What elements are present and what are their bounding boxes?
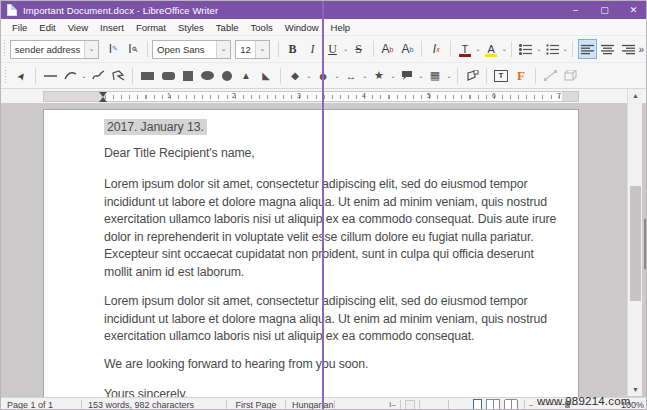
insert-mode-status[interactable]: I– (389, 400, 396, 409)
callout-shapes-button[interactable] (398, 66, 416, 86)
multi-page-view-button[interactable] (486, 399, 500, 410)
block-arrows-button[interactable]: ↔ (342, 66, 360, 86)
callout-dropdown-icon[interactable]: ⌄ (417, 66, 425, 86)
rounded-rectangle-shape-button[interactable] (162, 72, 175, 80)
underline-button[interactable]: U (324, 39, 342, 59)
ordered-list-dropdown-icon[interactable]: ⌄ (562, 39, 568, 59)
font-name-combobox[interactable]: Open Sans ⌄ (152, 40, 231, 59)
update-style-button[interactable]: I✎ (104, 39, 122, 59)
titlebar: Important Document.docx - LibreOffice Wr… (1, 1, 647, 19)
align-center-button[interactable] (599, 39, 617, 59)
menu-window[interactable]: Window (279, 22, 325, 33)
font-size-combobox[interactable]: 12 ⌄ (235, 40, 270, 59)
paragraph-style-value: sender address (11, 44, 84, 55)
menu-format[interactable]: Format (130, 22, 172, 33)
align-right-button[interactable] (619, 39, 637, 59)
menu-help[interactable]: Help (325, 22, 357, 33)
menu-edit[interactable]: Edit (33, 22, 61, 33)
circle-shape-button[interactable] (222, 71, 232, 81)
stars-dropdown-icon[interactable]: ⌄ (389, 66, 397, 86)
toolbar-drag-handle[interactable] (3, 67, 8, 85)
scroll-up-icon[interactable]: ▲ (628, 89, 643, 102)
word-count-status[interactable]: 153 words, 982 characters (82, 400, 226, 410)
book-view-button[interactable] (504, 399, 518, 410)
vertical-scrollbar[interactable]: ▲ ▼ (627, 89, 642, 396)
flowchart-shapes-button[interactable]: ▦ (426, 66, 444, 86)
triangle-shape-button[interactable]: ▲ (237, 66, 255, 86)
maximize-button[interactable]: ▢ (590, 1, 619, 19)
paragraph-line: dolor in reprehenderit in voluptate veli… (104, 229, 556, 247)
flowchart-dropdown-icon[interactable]: ⌄ (445, 66, 453, 86)
menu-table[interactable]: Table (210, 22, 245, 33)
toolbar-overflow-button[interactable]: » (638, 44, 644, 55)
chevron-down-icon[interactable]: ⌄ (84, 41, 98, 58)
clear-formatting-mark: x (436, 46, 440, 53)
minimize-button[interactable]: – (561, 1, 590, 19)
language-status[interactable]: Hungarian (286, 400, 334, 410)
toolbar-drag-handle[interactable] (3, 40, 7, 58)
scrollbar-thumb[interactable] (630, 186, 641, 301)
ellipse-shape-button[interactable] (201, 71, 214, 80)
clear-formatting-button[interactable]: Ix (427, 39, 445, 59)
zoom-out-button[interactable]: – (529, 400, 533, 409)
unordered-list-dropdown-icon[interactable]: ⌄ (536, 39, 542, 59)
unordered-list-button[interactable] (517, 39, 535, 59)
rectangle-shape-button[interactable] (141, 72, 154, 80)
block-arrows-dropdown-icon[interactable]: ⌄ (361, 66, 369, 86)
square-shape-button[interactable] (183, 71, 193, 81)
menu-insert[interactable]: Insert (94, 22, 130, 33)
chevron-down-icon[interactable]: ⌄ (255, 41, 269, 58)
separator (457, 68, 458, 84)
symbol-shapes-dropdown-icon[interactable]: ⌄ (333, 66, 341, 86)
edit-points-button[interactable] (463, 66, 481, 86)
curve-tool-button[interactable] (61, 66, 79, 86)
bold-button[interactable]: B (284, 39, 302, 59)
paragraph-line: Lorem ipsum dolor sit amet, consectetur … (104, 176, 556, 194)
window-title: Important Document.docx - LibreOffice Wr… (23, 5, 218, 16)
polygon-tool-button[interactable] (109, 66, 127, 86)
insert-textbox-button[interactable]: T (492, 66, 510, 86)
insert-line-button[interactable] (41, 66, 59, 86)
stars-button[interactable]: ★ (370, 66, 388, 86)
chevron-down-icon[interactable]: ⌄ (216, 41, 230, 58)
paragraph-1: Lorem ipsum dolor sit amet, consectetur … (104, 176, 556, 281)
document-canvas[interactable]: 2017. January 13. Dear Title Recipient's… (43, 109, 579, 397)
font-color-button[interactable]: T (456, 39, 474, 59)
italic-button[interactable]: I (304, 39, 322, 59)
new-style-button[interactable]: I🔍︎ (124, 39, 142, 59)
basic-shapes-dropdown-icon[interactable]: ⌄ (305, 66, 313, 86)
separator (419, 400, 420, 410)
page-count-status[interactable]: Page 1 of 1 (1, 400, 81, 410)
align-left-button[interactable] (578, 39, 597, 59)
underline-dropdown-icon[interactable]: ⌄ (343, 39, 349, 59)
page-style-status[interactable]: First Page (227, 400, 285, 410)
new-style-badge: 🔍︎ (131, 46, 138, 53)
single-page-view-button[interactable] (473, 399, 482, 410)
paragraph-style-combobox[interactable]: sender address ⌄ (10, 40, 99, 59)
fontwork-button[interactable]: F (512, 66, 530, 86)
right-triangle-shape-button[interactable]: ◣ (257, 66, 275, 86)
paragraph-2: Lorem ipsum dolor sit amet, consectetur … (104, 293, 547, 346)
highlight-color-button[interactable]: A (482, 39, 500, 59)
document-saved-icon[interactable] (405, 400, 415, 410)
highlight-dropdown-icon[interactable]: ⌄ (501, 39, 507, 59)
menu-view[interactable]: View (62, 22, 94, 33)
menu-file[interactable]: File (6, 22, 33, 33)
curve-icon (64, 70, 77, 81)
font-color-dropdown-icon[interactable]: ⌄ (475, 39, 481, 59)
subscript-button[interactable]: Ab (398, 39, 416, 59)
update-style-badge: ✎ (112, 45, 118, 53)
align-left-icon (581, 44, 594, 55)
freeform-line-button[interactable] (89, 66, 107, 86)
strikethrough-button[interactable]: S (350, 39, 368, 59)
menu-styles[interactable]: Styles (172, 22, 210, 33)
ordered-list-button[interactable] (543, 39, 561, 59)
select-tool-button[interactable]: ➤ (8, 62, 35, 88)
superscript-button[interactable]: Ab (378, 39, 396, 59)
formatting-toolbar: sender address ⌄ I✎ I🔍︎ Open Sans ⌄ 12 ⌄… (1, 36, 647, 63)
indent-marker[interactable] (99, 92, 108, 102)
close-button[interactable]: ✕ (619, 1, 647, 19)
basic-shapes-button[interactable]: ◆ (286, 66, 304, 86)
curve-dropdown-icon[interactable]: ⌄ (80, 66, 88, 86)
menu-tools[interactable]: Tools (245, 22, 279, 33)
